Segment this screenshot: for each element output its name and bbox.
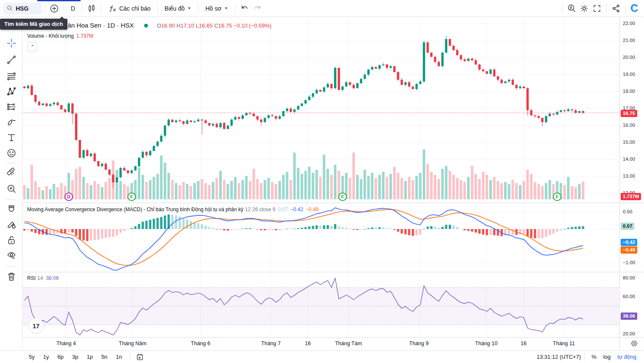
tool-zoom-in[interactable]	[6, 183, 17, 194]
axis-label: 18.00	[623, 89, 635, 94]
chevron-down-icon: ▼	[187, 6, 192, 10]
interval-label: D	[71, 5, 75, 12]
axis-badge: 1.737M	[621, 193, 641, 200]
chart-canvas: DFFF	[0, 0, 644, 363]
svg-text:F: F	[556, 194, 559, 199]
axis-badge: −0.49	[621, 246, 637, 254]
scale-settings-icon[interactable]	[630, 340, 638, 349]
top-accent-strip	[37, 0, 81, 1]
close-value: 16.75	[218, 22, 232, 29]
tooltip-text: Tìm kiếm Mã giao dịch	[4, 21, 63, 27]
go-to-date-button[interactable]	[134, 351, 146, 363]
market-status-dot[interactable]	[144, 24, 148, 28]
tool-fib-lines[interactable]	[6, 71, 17, 82]
range-1m[interactable]: 1p	[84, 353, 95, 361]
divider	[235, 4, 235, 13]
share-button[interactable]	[610, 2, 622, 15]
chevron-up-icon: ⌃	[31, 44, 34, 50]
settings-button[interactable]	[578, 2, 591, 15]
axis-label: 16.00	[623, 123, 635, 128]
profile-menu-label: Hồ sơ	[205, 5, 221, 12]
range-6m[interactable]: 6p	[54, 353, 66, 361]
interval-button[interactable]: D	[67, 2, 79, 15]
rsi-value: 38.06	[46, 275, 59, 281]
macd-line-value: −0.42	[290, 207, 303, 212]
tradingview-logo[interactable]: 17	[28, 318, 44, 333]
redo-icon	[253, 4, 262, 13]
divider	[562, 4, 562, 13]
candle-style-button[interactable]	[85, 2, 98, 15]
rsi-legend-name: RSI	[27, 275, 36, 281]
range-5d[interactable]: 5n	[98, 353, 110, 361]
time-axis-label: Tháng 10	[475, 341, 498, 346]
divider	[606, 4, 607, 13]
macd-legend-name: Moving Average Convergence Divergence (M…	[27, 207, 243, 212]
volume-legend-value: 1.737M	[76, 33, 93, 39]
range-1y[interactable]: 1y	[40, 353, 52, 361]
divider	[6, 199, 16, 200]
tool-projection[interactable]	[6, 101, 17, 112]
profile-menu-button[interactable]: Hồ sơ▼	[201, 2, 232, 15]
undo-icon	[240, 4, 249, 13]
tool-trash[interactable]	[6, 271, 17, 282]
tool-crosshair[interactable]	[6, 38, 17, 49]
fullscreen-button[interactable]	[591, 2, 603, 15]
divider	[6, 163, 16, 163]
time-scale[interactable]: Tháng 4Tháng NămTháng 6Tháng 716Tháng Tá…	[22, 338, 619, 350]
undo-button[interactable]	[238, 2, 251, 15]
pane-separator[interactable]	[22, 203, 644, 203]
divider	[82, 4, 82, 13]
chart-menu-label: Biểu đồ	[164, 5, 184, 12]
time-axis-label: Tháng 7	[261, 341, 281, 346]
axis-badge: 38.06	[621, 313, 637, 320]
chart-menu-button[interactable]: Biểu đồ▼	[161, 2, 195, 15]
tool-ruler[interactable]	[6, 167, 17, 178]
indicators-button[interactable]: Các chỉ báo	[104, 2, 154, 15]
tool-text[interactable]	[6, 132, 17, 143]
log-scale-button[interactable]: log	[600, 353, 614, 361]
compare-add-button[interactable]	[48, 2, 61, 15]
macd-legend[interactable]: Moving Average Convergence Divergence (M…	[27, 207, 319, 212]
tool-emoji[interactable]	[6, 148, 17, 159]
axis-label: −1.00	[623, 260, 635, 265]
range-1d[interactable]: 1n	[113, 353, 125, 361]
axis-label: 20.00	[623, 55, 635, 60]
calendar-icon	[136, 353, 144, 361]
range-5y[interactable]: 5y	[26, 353, 38, 361]
axis-badge: −0.42	[621, 239, 637, 246]
range-3m[interactable]: 3p	[69, 353, 81, 361]
auto-scale-button[interactable]: tự động	[614, 353, 640, 361]
price-scale[interactable]: 22.0021.0020.0019.0018.0017.0016.0015.00…	[619, 17, 644, 350]
tooltip-arrow	[59, 17, 64, 19]
collapse-legend-button[interactable]: ⌃	[28, 42, 37, 52]
clock[interactable]: 13:31:12 (UTC+7)	[537, 354, 581, 360]
time-axis-label: Tháng Tám	[335, 341, 362, 346]
tool-xabcd-pattern[interactable]	[6, 86, 17, 97]
indicators-label: Các chỉ báo	[119, 5, 151, 12]
redo-button[interactable]	[251, 2, 264, 15]
svg-text:F: F	[341, 194, 344, 199]
divider	[6, 266, 16, 267]
tool-lock[interactable]	[6, 235, 17, 246]
tool-magnet[interactable]	[6, 204, 17, 215]
pane-separator[interactable]	[22, 272, 644, 272]
tool-brush[interactable]	[6, 117, 17, 128]
percent-scale-button[interactable]: %	[588, 353, 600, 361]
time-axis-label: Tháng 9	[409, 341, 429, 346]
tool-drawing-mode[interactable]	[6, 219, 17, 230]
axis-badge: 16.75	[621, 110, 637, 117]
high-label: H	[176, 22, 180, 29]
tool-hide-drawings[interactable]	[6, 250, 17, 261]
open-value: 16.90	[161, 22, 175, 29]
rsi-legend[interactable]: RSI1438.06	[27, 275, 59, 281]
quick-search-button[interactable]	[565, 2, 578, 15]
ohlc-values: O16.90 H17.10 L16.65 C16.75 −0.10 (−0.59…	[157, 22, 271, 29]
divider	[584, 353, 585, 361]
search-icon	[7, 5, 13, 11]
time-axis-label: Tháng Năm	[119, 341, 146, 346]
broker-logo[interactable]: C	[630, 2, 638, 14]
close-label: C	[214, 22, 218, 29]
symbol-search[interactable]: HSG	[3, 3, 42, 14]
volume-legend[interactable]: Volume - Khối lượng1.737M	[27, 33, 93, 39]
tool-trend-line[interactable]	[6, 54, 17, 65]
